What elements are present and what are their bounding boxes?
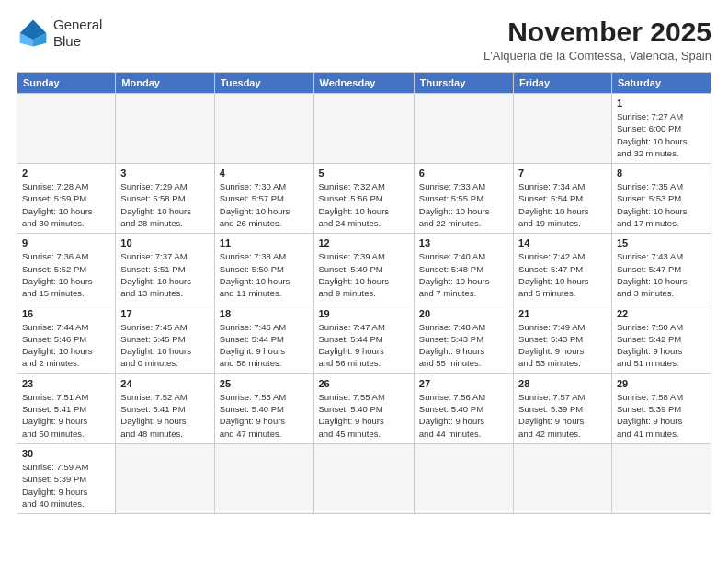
- day-info: Sunrise: 7:46 AM Sunset: 5:44 PM Dayligh…: [220, 321, 309, 370]
- day-info: Sunrise: 7:33 AM Sunset: 5:55 PM Dayligh…: [419, 180, 508, 229]
- month-title: November 2025: [483, 17, 711, 47]
- calendar-cell: 14Sunrise: 7:42 AM Sunset: 5:47 PM Dayli…: [514, 234, 612, 304]
- calendar-cell: [414, 443, 513, 513]
- calendar-cell: [116, 94, 214, 164]
- logo-text: General Blue: [53, 17, 102, 50]
- calendar-cell: 12Sunrise: 7:39 AM Sunset: 5:49 PM Dayli…: [313, 234, 414, 304]
- day-number: 15: [617, 237, 706, 248]
- calendar-week-row: 2Sunrise: 7:28 AM Sunset: 5:59 PM Daylig…: [17, 164, 711, 234]
- day-number: 11: [220, 237, 309, 248]
- calendar-cell: [514, 443, 612, 513]
- weekday-header-monday: Monday: [116, 73, 214, 94]
- calendar-week-row: 16Sunrise: 7:44 AM Sunset: 5:46 PM Dayli…: [17, 304, 711, 373]
- day-info: Sunrise: 7:50 AM Sunset: 5:42 PM Dayligh…: [617, 321, 706, 370]
- calendar-cell: 26Sunrise: 7:55 AM Sunset: 5:40 PM Dayli…: [313, 373, 414, 443]
- calendar-cell: 18Sunrise: 7:46 AM Sunset: 5:44 PM Dayli…: [214, 304, 313, 373]
- day-info: Sunrise: 7:37 AM Sunset: 5:51 PM Dayligh…: [120, 250, 209, 299]
- calendar-cell: 25Sunrise: 7:53 AM Sunset: 5:40 PM Dayli…: [214, 373, 313, 443]
- day-number: 16: [22, 308, 110, 319]
- logo: General Blue: [17, 17, 102, 50]
- day-number: 6: [419, 167, 508, 178]
- calendar-cell: 29Sunrise: 7:58 AM Sunset: 5:39 PM Dayli…: [611, 373, 711, 443]
- calendar-week-row: 1Sunrise: 7:27 AM Sunset: 6:00 PM Daylig…: [17, 94, 711, 164]
- calendar-cell: [414, 94, 513, 164]
- calendar-cell: [313, 443, 414, 513]
- calendar-week-row: 30Sunrise: 7:59 AM Sunset: 5:39 PM Dayli…: [17, 443, 711, 513]
- day-number: 2: [22, 167, 110, 178]
- calendar-cell: 3Sunrise: 7:29 AM Sunset: 5:58 PM Daylig…: [116, 164, 214, 234]
- day-info: Sunrise: 7:44 AM Sunset: 5:46 PM Dayligh…: [22, 321, 110, 370]
- day-number: 30: [22, 448, 110, 459]
- calendar-week-row: 23Sunrise: 7:51 AM Sunset: 5:41 PM Dayli…: [17, 373, 711, 443]
- day-info: Sunrise: 7:57 AM Sunset: 5:39 PM Dayligh…: [518, 391, 607, 440]
- day-info: Sunrise: 7:28 AM Sunset: 5:59 PM Dayligh…: [22, 180, 110, 229]
- day-info: Sunrise: 7:48 AM Sunset: 5:43 PM Dayligh…: [419, 321, 508, 370]
- calendar-cell: 30Sunrise: 7:59 AM Sunset: 5:39 PM Dayli…: [17, 443, 116, 513]
- day-info: Sunrise: 7:45 AM Sunset: 5:45 PM Dayligh…: [120, 321, 209, 370]
- calendar-cell: [611, 443, 711, 513]
- calendar-cell: 17Sunrise: 7:45 AM Sunset: 5:45 PM Dayli…: [116, 304, 214, 373]
- day-number: 7: [518, 167, 607, 178]
- calendar-cell: 15Sunrise: 7:43 AM Sunset: 5:47 PM Dayli…: [611, 234, 711, 304]
- day-info: Sunrise: 7:40 AM Sunset: 5:48 PM Dayligh…: [419, 250, 508, 299]
- day-info: Sunrise: 7:56 AM Sunset: 5:40 PM Dayligh…: [419, 391, 508, 440]
- calendar-week-row: 9Sunrise: 7:36 AM Sunset: 5:52 PM Daylig…: [17, 234, 711, 304]
- day-info: Sunrise: 7:38 AM Sunset: 5:50 PM Dayligh…: [220, 250, 309, 299]
- day-info: Sunrise: 7:51 AM Sunset: 5:41 PM Dayligh…: [22, 391, 110, 440]
- calendar-cell: 23Sunrise: 7:51 AM Sunset: 5:41 PM Dayli…: [17, 373, 116, 443]
- day-info: Sunrise: 7:32 AM Sunset: 5:56 PM Dayligh…: [319, 180, 409, 229]
- calendar: SundayMondayTuesdayWednesdayThursdayFrid…: [17, 72, 711, 514]
- calendar-cell: 16Sunrise: 7:44 AM Sunset: 5:46 PM Dayli…: [17, 304, 116, 373]
- day-number: 20: [419, 308, 508, 319]
- day-info: Sunrise: 7:36 AM Sunset: 5:52 PM Dayligh…: [22, 250, 110, 299]
- day-info: Sunrise: 7:39 AM Sunset: 5:49 PM Dayligh…: [319, 250, 409, 299]
- day-info: Sunrise: 7:27 AM Sunset: 6:00 PM Dayligh…: [617, 110, 706, 159]
- calendar-cell: [214, 443, 313, 513]
- day-number: 18: [220, 308, 309, 319]
- calendar-cell: 19Sunrise: 7:47 AM Sunset: 5:44 PM Dayli…: [313, 304, 414, 373]
- day-info: Sunrise: 7:35 AM Sunset: 5:53 PM Dayligh…: [617, 180, 706, 229]
- calendar-cell: 20Sunrise: 7:48 AM Sunset: 5:43 PM Dayli…: [414, 304, 513, 373]
- weekday-header-friday: Friday: [514, 73, 612, 94]
- weekday-header-sunday: Sunday: [17, 73, 116, 94]
- day-number: 10: [120, 237, 209, 248]
- weekday-header-wednesday: Wednesday: [313, 73, 414, 94]
- weekday-header-row: SundayMondayTuesdayWednesdayThursdayFrid…: [17, 73, 711, 94]
- day-info: Sunrise: 7:59 AM Sunset: 5:39 PM Dayligh…: [22, 461, 110, 510]
- header: General Blue November 2025 L'Alqueria de…: [17, 17, 711, 63]
- day-info: Sunrise: 7:30 AM Sunset: 5:57 PM Dayligh…: [220, 180, 309, 229]
- calendar-cell: 6Sunrise: 7:33 AM Sunset: 5:55 PM Daylig…: [414, 164, 513, 234]
- calendar-cell: 9Sunrise: 7:36 AM Sunset: 5:52 PM Daylig…: [17, 234, 116, 304]
- day-info: Sunrise: 7:34 AM Sunset: 5:54 PM Dayligh…: [518, 180, 607, 229]
- weekday-header-tuesday: Tuesday: [214, 73, 313, 94]
- calendar-cell: 28Sunrise: 7:57 AM Sunset: 5:39 PM Dayli…: [514, 373, 612, 443]
- day-info: Sunrise: 7:52 AM Sunset: 5:41 PM Dayligh…: [120, 391, 209, 440]
- day-number: 8: [617, 167, 706, 178]
- calendar-cell: 13Sunrise: 7:40 AM Sunset: 5:48 PM Dayli…: [414, 234, 513, 304]
- day-info: Sunrise: 7:53 AM Sunset: 5:40 PM Dayligh…: [220, 391, 309, 440]
- day-number: 21: [518, 308, 607, 319]
- day-info: Sunrise: 7:58 AM Sunset: 5:39 PM Dayligh…: [617, 391, 706, 440]
- calendar-cell: 5Sunrise: 7:32 AM Sunset: 5:56 PM Daylig…: [313, 164, 414, 234]
- calendar-cell: [17, 94, 116, 164]
- day-info: Sunrise: 7:43 AM Sunset: 5:47 PM Dayligh…: [617, 250, 706, 299]
- calendar-cell: 8Sunrise: 7:35 AM Sunset: 5:53 PM Daylig…: [611, 164, 711, 234]
- calendar-cell: [214, 94, 313, 164]
- logo-line2: Blue: [53, 33, 102, 50]
- calendar-cell: 11Sunrise: 7:38 AM Sunset: 5:50 PM Dayli…: [214, 234, 313, 304]
- day-info: Sunrise: 7:29 AM Sunset: 5:58 PM Dayligh…: [120, 180, 209, 229]
- title-block: November 2025 L'Alqueria de la Comtessa,…: [483, 17, 711, 63]
- day-number: 3: [120, 167, 209, 178]
- calendar-cell: 22Sunrise: 7:50 AM Sunset: 5:42 PM Dayli…: [611, 304, 711, 373]
- day-info: Sunrise: 7:49 AM Sunset: 5:43 PM Dayligh…: [518, 321, 607, 370]
- day-number: 12: [319, 237, 409, 248]
- day-number: 9: [22, 237, 110, 248]
- day-number: 28: [518, 378, 607, 389]
- day-number: 26: [319, 378, 409, 389]
- day-number: 14: [518, 237, 607, 248]
- day-info: Sunrise: 7:47 AM Sunset: 5:44 PM Dayligh…: [319, 321, 409, 370]
- calendar-cell: 24Sunrise: 7:52 AM Sunset: 5:41 PM Dayli…: [116, 373, 214, 443]
- day-info: Sunrise: 7:55 AM Sunset: 5:40 PM Dayligh…: [319, 391, 409, 440]
- day-number: 24: [120, 378, 209, 389]
- day-number: 1: [617, 98, 706, 109]
